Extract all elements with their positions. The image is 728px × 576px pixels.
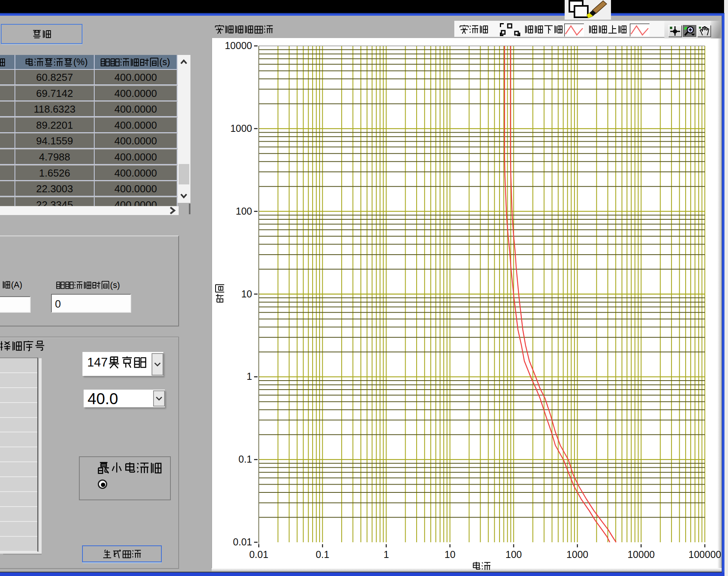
svg-text:0.1: 0.1 (316, 549, 329, 560)
svg-text:0.01: 0.01 (233, 536, 252, 547)
svg-text:(%): (%) (73, 57, 88, 67)
svg-text:0.01: 0.01 (249, 549, 269, 560)
svg-text:1: 1 (384, 549, 389, 560)
svg-text:10000: 10000 (627, 549, 655, 560)
svg-text:100: 100 (236, 206, 252, 217)
svg-text:10: 10 (444, 549, 455, 560)
svg-text:100000: 100000 (688, 549, 721, 560)
svg-text:(A): (A) (11, 280, 22, 290)
svg-text:1: 1 (247, 371, 252, 382)
svg-text:(s): (s) (110, 280, 120, 290)
svg-text:10: 10 (241, 288, 252, 299)
svg-text:1000: 1000 (230, 123, 252, 134)
svg-text:(s): (s) (159, 57, 170, 67)
svg-text:10000: 10000 (225, 40, 252, 51)
svg-text:100: 100 (505, 549, 522, 560)
svg-text:0.1: 0.1 (238, 454, 252, 465)
svg-text:1000: 1000 (567, 549, 589, 560)
svg-text:147: 147 (87, 355, 108, 369)
